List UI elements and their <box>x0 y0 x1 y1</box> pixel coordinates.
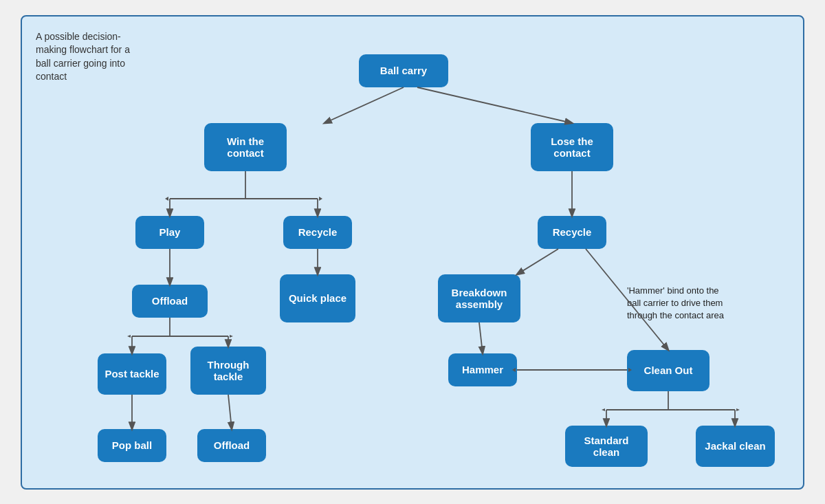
node-recycle-left: Recycle <box>283 216 352 249</box>
node-offload2: Offload <box>197 429 266 462</box>
svg-marker-32 <box>602 408 605 411</box>
svg-line-16 <box>479 322 483 353</box>
node-quick-place: Quick place <box>280 274 355 322</box>
svg-line-27 <box>228 395 232 429</box>
chart-description: A possible decision-making flowchart for… <box>36 30 146 84</box>
node-through-tackle: Through tackle <box>190 347 266 395</box>
node-win-contact: Win the contact <box>204 123 287 171</box>
node-breakdown: Breakdown assembly <box>438 274 520 322</box>
node-recycle-right: Recycle <box>538 216 606 249</box>
svg-marker-10 <box>319 197 322 201</box>
node-ball-carry: Ball carry <box>359 54 448 87</box>
svg-line-2 <box>324 87 404 123</box>
hammer-note: 'Hammer' bind onto the ball carrier to d… <box>627 285 734 322</box>
svg-marker-25 <box>230 335 233 338</box>
svg-marker-33 <box>736 408 740 411</box>
node-play: Play <box>135 216 204 249</box>
node-lose-contact: Lose the contact <box>531 123 613 171</box>
node-offload: Offload <box>132 285 208 318</box>
node-pop-ball: Pop ball <box>98 429 166 462</box>
node-clean-out: Clean Out <box>627 350 710 391</box>
node-hammer: Hammer <box>448 353 517 386</box>
chart-container: A possible decision-making flowchart for… <box>21 15 804 490</box>
node-standard-clean: Standard clean <box>565 426 648 467</box>
svg-line-3 <box>417 87 572 123</box>
svg-marker-9 <box>165 197 168 201</box>
svg-marker-24 <box>127 335 131 338</box>
node-jackal-clean: Jackal clean <box>696 426 775 467</box>
node-post-tackle: Post tackle <box>98 353 166 395</box>
svg-line-14 <box>517 249 558 274</box>
